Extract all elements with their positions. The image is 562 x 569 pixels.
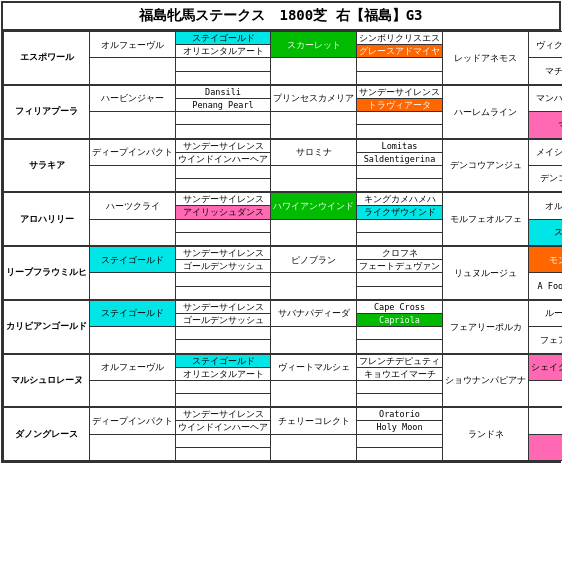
dam-sire-cell: Oratorio <box>357 407 443 421</box>
sire-cell: オルフェーヴル <box>90 354 176 381</box>
dam-empty-c <box>271 380 357 407</box>
dam-empty-c <box>271 165 357 192</box>
sire-sire-cell: サンデーサイレンス <box>176 192 271 206</box>
dam-cell: プリンセスカメリア <box>271 85 357 112</box>
sire-top-empty-c <box>176 434 271 447</box>
gs1-bot-cell: Loure <box>529 434 563 460</box>
dam-empty-c <box>271 219 357 246</box>
sire-top-empty-c <box>176 112 271 125</box>
sire-top-empty-c <box>176 58 271 71</box>
sire-sire-cell: Dansili <box>176 85 271 99</box>
sire-cell: ステイゴールド <box>90 300 176 327</box>
sire-dam-cell: Penang Pearl <box>176 98 271 111</box>
dam-sire-cell: シンボリクリスエス <box>357 32 443 45</box>
sire-empty-c <box>90 273 176 300</box>
runner-cell: マルシュロレーヌ <box>4 354 90 408</box>
dam-bot-empty-d <box>357 286 443 300</box>
dam-empty-c <box>271 327 357 354</box>
sire-dam-cell: ウインドインハーヘア <box>176 421 271 434</box>
damsire-cell: デンコウアンジュ <box>443 139 529 193</box>
sire-empty-c <box>90 112 176 139</box>
dam-top-empty-c <box>357 273 443 286</box>
gs1-top-cell: シェイクスセレナーデ <box>529 354 563 381</box>
sire-empty-c <box>90 380 176 407</box>
dam-dam-cell: キョウエイマーチ <box>357 367 443 380</box>
dam-sire-cell: Lomitas <box>357 139 443 153</box>
dam-empty-c <box>271 112 357 139</box>
sire-cell: ディープインパクト <box>90 139 176 166</box>
dam-top-empty-c <box>357 165 443 178</box>
runner-cell: サラキア <box>4 139 90 193</box>
sire-bot-empty-d <box>176 340 271 354</box>
damsire-cell: レッドアネモス <box>443 32 529 85</box>
dam-sire-cell: キングカメハメハ <box>357 192 443 206</box>
damsire-cell: ランドネ <box>443 407 529 460</box>
sire-sire-cell: サンデーサイレンス <box>176 246 271 260</box>
sire-dam-cell: ゴールデンサッシュ <box>176 313 271 326</box>
gs1-bot-cell <box>529 380 563 407</box>
sire-cell: ハービンジャー <box>90 85 176 112</box>
sire-sire-cell: サンデーサイレンス <box>176 300 271 314</box>
sire-top-empty-c <box>176 219 271 232</box>
sire-bot-empty-d <box>176 125 271 139</box>
gs1-bot-cell: スマッシュ <box>529 219 563 246</box>
dam-bot-empty-d <box>357 71 443 85</box>
dam-bot-empty-d <box>357 232 443 246</box>
sire-bot-empty-d <box>176 447 271 460</box>
damsire-cell: ショウナンパピアナ <box>443 354 529 408</box>
dam-top-empty-c <box>357 219 443 232</box>
sire-sire-cell: ステイゴールド <box>176 354 271 368</box>
dam-top-empty-c <box>357 112 443 125</box>
sire-sire-cell: サンデーサイレンス <box>176 407 271 421</box>
sire-dam-cell: オリエンタルアート <box>176 45 271 58</box>
dam-dam-cell: グレースアドマイヤ <box>357 45 443 58</box>
dam-cell: サバナパディーダ <box>271 300 357 327</box>
sire-bot-empty-d <box>176 179 271 193</box>
sire-cell: ハーツクライ <box>90 192 176 219</box>
dam-cell: チェリーコレクト <box>271 407 357 434</box>
dam-dam-cell: フェートデュヴァン <box>357 260 443 273</box>
dam-empty-c <box>271 58 357 85</box>
dam-cell: スカーレット <box>271 32 357 58</box>
dam-sire-cell: サンデーサイレンス <box>357 85 443 99</box>
runner-cell: ダノングレース <box>4 407 90 460</box>
sire-dam-cell: オリエンタルアート <box>176 367 271 380</box>
dam-cell: ピノブラン <box>271 246 357 273</box>
sire-empty-c <box>90 219 176 246</box>
dam-bot-empty-d <box>357 340 443 354</box>
sire-empty-c <box>90 58 176 85</box>
sire-empty-c <box>90 165 176 192</box>
dam-sire-cell: Cape Cross <box>357 300 443 314</box>
dam-dam-cell: Capriola <box>357 313 443 326</box>
gs1-top-cell: ルーラーシップ <box>529 300 563 327</box>
sire-top-empty-c <box>176 327 271 340</box>
runner-cell: アロハリリー <box>4 192 90 246</box>
sire-sire-cell: ステイゴールド <box>176 32 271 45</box>
dam-sire-cell: クロフネ <box>357 246 443 260</box>
sire-empty-c <box>90 327 176 354</box>
runner-cell: フィリアプーラ <box>4 85 90 139</box>
gs1-top-cell: オルフェーヴル <box>529 192 563 219</box>
sire-empty-c <box>90 434 176 460</box>
dam-sire-cell: フレンチデピュティ <box>357 354 443 368</box>
gs1-top-cell: マンハッタンカフェ <box>529 85 563 112</box>
sire-dam-cell: アイリッシュダンス <box>176 206 271 219</box>
sire-cell: オルフェーヴル <box>90 32 176 58</box>
dam-bot-empty-d <box>357 447 443 460</box>
sire-dam-cell: ゴールデンサッシュ <box>176 260 271 273</box>
runner-cell: エスポワール <box>4 32 90 85</box>
sire-top-empty-c <box>176 165 271 178</box>
dam-empty-c <box>271 434 357 460</box>
sire-cell: ディープインパクト <box>90 407 176 434</box>
sire-sire-cell: サンデーサイレンス <box>176 139 271 153</box>
runner-cell: リーブフラウミルヒ <box>4 246 90 300</box>
damsire-cell: リュヌルージュ <box>443 246 529 300</box>
damsire-cell: モルフェオルフェ <box>443 192 529 246</box>
gs1-bot-cell: A Footstep Away <box>529 273 563 300</box>
dam-empty-c <box>271 273 357 300</box>
main-container: 福島牝馬ステークス 1800芝 右【福島】G3 エスポワールオルフェーヴルステイ… <box>1 1 561 463</box>
sire-cell: ステイゴールド <box>90 246 176 273</box>
sire-bot-empty-d <box>176 71 271 85</box>
dam-top-empty-c <box>357 434 443 447</box>
gs1-top-cell: モンテロッソ <box>529 246 563 273</box>
